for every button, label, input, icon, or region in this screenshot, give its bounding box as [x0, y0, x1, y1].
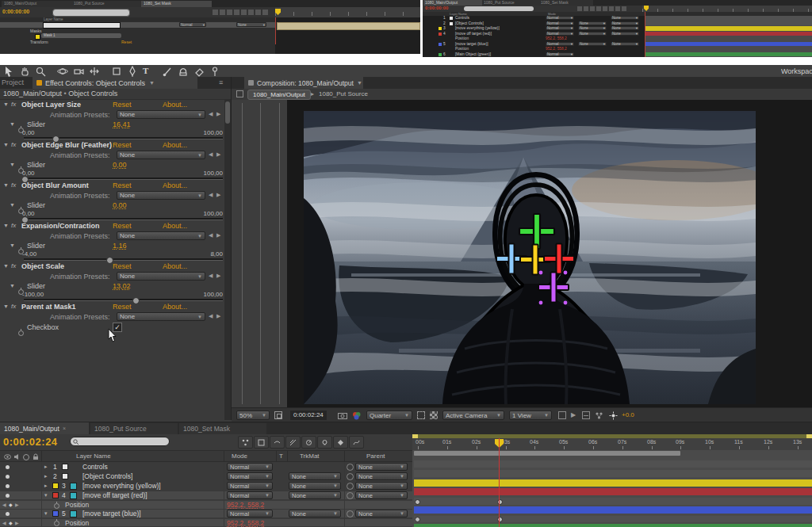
draft-3d-icon[interactable] [254, 436, 269, 449]
eye-icon[interactable] [6, 512, 10, 516]
mini-right-property-row[interactable]: Position952,2, 558,2 [423, 47, 645, 52]
animation-presets-dropdown[interactable]: None▼ [117, 151, 205, 159]
reset-link[interactable]: Reset [113, 222, 132, 230]
timeline-button-icon[interactable] [582, 411, 590, 419]
work-area-bar[interactable] [414, 451, 680, 456]
mode-dropdown[interactable]: Normal▼ [227, 491, 273, 499]
comp-viewer[interactable] [287, 100, 812, 407]
fast-preview-icon[interactable]: ▶ [571, 411, 576, 418]
pan-behind-tool-icon[interactable] [89, 66, 100, 77]
preset-prev-icon[interactable]: ◀ [209, 111, 213, 117]
keyframe-next-icon[interactable]: ▶ [15, 502, 19, 507]
animation-presets-dropdown[interactable]: None▼ [117, 272, 205, 281]
fx-badge[interactable]: fx [11, 101, 16, 108]
timeline-timecode[interactable]: 0:00:02:24 [3, 436, 58, 448]
composition-tab[interactable]: Composition: 1080_Main/Output ▼ [244, 77, 363, 89]
camera-dropdown[interactable]: Active Camera▼ [442, 411, 504, 420]
layer-bar-yellow[interactable] [414, 479, 812, 487]
stopwatch-icon[interactable] [54, 521, 59, 526]
mode-dropdown[interactable]: Normal▼ [227, 472, 273, 480]
timeline-tab-set-mask[interactable]: 1080_Set Mask [179, 423, 266, 434]
safe-frames-icon[interactable] [274, 411, 282, 419]
keyframe-prev-icon[interactable]: ◀ [2, 520, 6, 525]
comp-crumb-next[interactable]: 1080_Put Source [319, 90, 368, 97]
layer-bar-green[interactable] [414, 524, 812, 527]
mode-dropdown[interactable]: Normal▼ [227, 482, 273, 490]
panel-menu-icon[interactable]: ≡ [219, 78, 223, 86]
close-icon[interactable]: × [63, 426, 66, 431]
view-layout-dropdown[interactable]: 1 View▼ [509, 411, 552, 420]
slider-track[interactable] [24, 258, 223, 261]
about-link[interactable]: About... [163, 101, 187, 109]
preset-next-icon[interactable]: ▶ [216, 111, 220, 117]
keyframe-diamond-icon[interactable]: ◆ [9, 502, 13, 507]
layer-bar-red[interactable] [414, 488, 812, 495]
timeline-tab-main[interactable]: 1080_Main/Output× [0, 422, 89, 434]
frame-blend-icon[interactable] [285, 436, 301, 449]
mini-right-layer-row[interactable]: 6[Main Object (green)]Normal▾ [423, 52, 645, 57]
mini-right-tab-1[interactable]: 1080_Main/Output [423, 0, 482, 6]
parent-dropdown[interactable]: None▼ [355, 472, 408, 480]
mini-left-layer-bar[interactable] [277, 22, 420, 30]
trkmat-dropdown[interactable]: None▼ [289, 510, 341, 517]
slider-track[interactable] [24, 299, 223, 301]
magnification-dropdown[interactable]: 50%▼ [236, 411, 270, 420]
mini-left-transform-group[interactable]: Transform [30, 40, 48, 44]
mini-left-reset-link[interactable]: Reset [121, 40, 132, 44]
reset-exposure-icon[interactable] [609, 411, 618, 420]
timeline-tab-put-source[interactable]: 1080_Put Source [90, 423, 178, 434]
slider-value[interactable]: 1,16 [113, 242, 127, 250]
mini-left-parent-dropdown[interactable]: None▾ [236, 22, 266, 27]
lock-icon[interactable] [33, 453, 39, 460]
zoom-tool-icon[interactable] [35, 66, 46, 77]
show-channel-icon[interactable] [352, 411, 361, 420]
project-tab[interactable]: Project [2, 78, 24, 86]
mini-left-search-input[interactable] [52, 9, 130, 17]
time-ruler[interactable]: 00s 01s 02s 03s 04s 05s 06s 07s 08s 09s … [412, 438, 812, 451]
reset-link[interactable]: Reset [113, 101, 132, 109]
eye-icon[interactable] [6, 484, 10, 488]
mode-dropdown[interactable]: Normal▼ [227, 510, 273, 517]
mini-left-mask1-row[interactable]: Mask 1 [0, 33, 275, 39]
mini-right-layer-row[interactable]: 1ControlsNormal▾None▾ [423, 16, 645, 21]
layer-row-5[interactable]: ▾ 5 [move target (blue)] Normal▼ None▼ N… [0, 510, 412, 517]
slider-value[interactable]: 0,00 [113, 201, 127, 209]
keyframe-prev-icon[interactable]: ◀ [2, 502, 6, 507]
snapshot-icon[interactable] [338, 411, 347, 419]
pixel-aspect-icon[interactable] [558, 411, 566, 419]
layer-row-2[interactable]: ▸ 2 [Object Controls] Normal▼ None▼ None… [0, 472, 412, 480]
animation-presets-dropdown[interactable]: None▼ [117, 191, 205, 200]
track-area[interactable] [412, 450, 812, 527]
mini-left-timecode[interactable]: 0:00:00:00 [2, 9, 29, 14]
mini-right-tab-2[interactable]: 1080_Put Source [482, 0, 539, 6]
parent-pickwhip-icon[interactable] [347, 473, 354, 480]
animation-presets-dropdown[interactable]: None▼ [117, 231, 205, 240]
orbit-camera-tool-icon[interactable] [57, 66, 68, 77]
position-property-row[interactable]: ◀ ◆ ▶ Position 952,2, 558,2 [0, 501, 412, 509]
position-value[interactable]: 952,2, 558,2 [227, 501, 264, 509]
keyframe-icon[interactable] [415, 517, 420, 522]
comp-crumb-active[interactable]: 1080_Main/Output [247, 90, 311, 100]
mini-left-mode-dropdown[interactable]: Normal▾ [179, 22, 206, 27]
audio-icon[interactable] [13, 453, 20, 460]
hand-tool-icon[interactable] [19, 66, 30, 77]
mini-right-layer-row[interactable]: 2[Object Controls]Normal▾None▾None▾ [423, 21, 645, 26]
parent-pickwhip-icon[interactable] [347, 510, 354, 517]
position-value[interactable]: 952,2, 558,2 [227, 519, 264, 527]
trkmat-dropdown[interactable]: None▼ [289, 491, 341, 499]
timeline-search-input[interactable] [70, 437, 170, 446]
position-property-row[interactable]: ◀ ◆ ▶ Position 952,2, 558,2 [0, 519, 412, 526]
parent-dropdown[interactable]: None▼ [355, 510, 408, 517]
parent-pickwhip-icon[interactable] [347, 483, 354, 490]
parent-dropdown[interactable]: None▼ [355, 482, 408, 490]
comp-timecode[interactable]: 0:00:02:24 [290, 411, 327, 420]
mini-right-layer-row[interactable]: 5[move target (blue)]Normal▾None▾None▾ [423, 42, 645, 47]
eraser-tool-icon[interactable] [193, 66, 205, 77]
animation-presets-dropdown[interactable]: None▼ [117, 312, 205, 321]
layer-row-3[interactable]: ▸ 3 [move everything (yellow)] Normal▼ N… [0, 482, 412, 490]
mini-right-layer-row[interactable]: 3[move everything (yellow)]Normal▾None▾N… [423, 26, 645, 31]
comp-mini-flowchart-icon[interactable] [238, 436, 253, 449]
motion-blur-icon[interactable] [301, 436, 316, 449]
about-link[interactable]: About... [163, 222, 187, 230]
effect-controls-tab[interactable]: Effect Controls: Object Controls ▼ [33, 77, 197, 89]
